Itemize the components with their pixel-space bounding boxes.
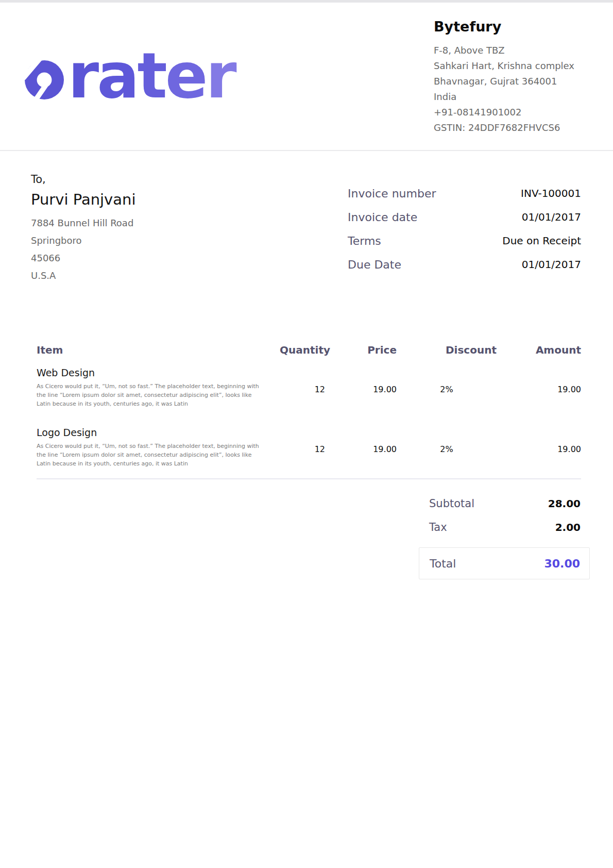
item-amount: 19.00	[497, 367, 581, 408]
customer-name: Purvi Panjvani	[31, 191, 135, 208]
invoice-number-label: Invoice number	[348, 187, 436, 200]
subtotal-row: Subtotal 28.00	[419, 492, 590, 515]
meta-row-invoice-date: Invoice date 01/01/2017	[348, 205, 581, 229]
col-header-discount: Discount	[397, 343, 497, 357]
crater-logo-c-icon	[25, 50, 64, 102]
col-header-amount: Amount	[497, 343, 581, 357]
item-name: Web Design	[37, 367, 271, 378]
bill-to-label: To,	[31, 173, 135, 186]
items-table: Item Quantity Price Discount Amount Web …	[37, 343, 581, 468]
bill-to-block: To, Purvi Panjvani 7884 Bunnel Hill Road…	[31, 173, 135, 285]
invoice-date-value: 01/01/2017	[522, 211, 581, 223]
total-box: Total 30.00	[419, 547, 590, 579]
item-price: 19.00	[330, 367, 397, 408]
terms-label: Terms	[348, 235, 381, 247]
col-header-item: Item	[37, 343, 271, 357]
item-price: 19.00	[330, 427, 397, 468]
customer-address-line: 7884 Bunnel Hill Road	[31, 214, 135, 232]
logo-letter: t	[138, 44, 165, 107]
item-description: As Cicero would put it, “Um, not so fast…	[37, 382, 260, 408]
customer-address-line: Springboro	[31, 232, 135, 249]
table-row: Logo Design As Cicero would put it, “Um,…	[37, 427, 581, 468]
col-header-quantity: Quantity	[271, 343, 330, 357]
total-value: 30.00	[544, 557, 580, 570]
totals-block: Subtotal 28.00 Tax 2.00 Total 30.00	[419, 492, 590, 579]
crater-logo-wordmark: rater	[68, 44, 235, 107]
company-phone: +91-08141901002	[434, 105, 574, 120]
tax-label: Tax	[429, 521, 447, 533]
logo-letter: r	[68, 44, 97, 107]
items-table-header: Item Quantity Price Discount Amount	[37, 343, 581, 357]
company-address-line: India	[434, 89, 574, 105]
item-quantity: 12	[271, 427, 330, 468]
top-chrome-strip	[0, 0, 613, 3]
totals-divider	[37, 478, 581, 479]
logo-letter: e	[165, 44, 206, 107]
col-header-price: Price	[330, 343, 397, 357]
company-address-line: Bhavnagar, Gujrat 364001	[434, 74, 574, 89]
total-label: Total	[430, 557, 456, 570]
invoice-meta: Invoice number INV-100001 Invoice date 0…	[348, 181, 581, 276]
due-date-label: Due Date	[348, 258, 401, 271]
table-row: Web Design As Cicero would put it, “Um, …	[37, 367, 581, 408]
invoice-number-value: INV-100001	[521, 187, 581, 199]
item-cell: Logo Design As Cicero would put it, “Um,…	[37, 427, 271, 468]
due-date-value: 01/01/2017	[522, 258, 581, 271]
company-address-line: Sahkari Hart, Krishna complex	[434, 58, 574, 74]
invoice-date-label: Invoice date	[348, 211, 417, 224]
header-divider	[0, 150, 613, 151]
item-discount: 2%	[397, 367, 497, 408]
subtotal-value: 28.00	[548, 497, 581, 510]
tax-value: 2.00	[555, 521, 581, 533]
crater-logo: rater	[25, 44, 235, 107]
invoice-page: rater Bytefury F-8, Above TBZ Sahkari Ha…	[0, 0, 613, 868]
item-name: Logo Design	[37, 427, 271, 438]
company-info: Bytefury F-8, Above TBZ Sahkari Hart, Kr…	[434, 19, 574, 136]
meta-row-due-date: Due Date 01/01/2017	[348, 253, 581, 276]
company-gstin: GSTIN: 24DDF7682FHVCS6	[434, 120, 574, 136]
item-cell: Web Design As Cicero would put it, “Um, …	[37, 367, 271, 408]
item-discount: 2%	[397, 427, 497, 468]
logo-letter: a	[97, 44, 137, 107]
tax-row: Tax 2.00	[419, 515, 590, 539]
logo-letter: r	[206, 44, 235, 107]
customer-address-line: 45066	[31, 249, 135, 267]
meta-row-invoice-number: Invoice number INV-100001	[348, 181, 581, 205]
customer-address: 7884 Bunnel Hill Road Springboro 45066 U…	[31, 214, 135, 285]
company-name: Bytefury	[434, 19, 574, 35]
item-amount: 19.00	[497, 427, 581, 468]
item-description: As Cicero would put it, “Um, not so fast…	[37, 442, 260, 468]
item-quantity: 12	[271, 367, 330, 408]
customer-address-line: U.S.A	[31, 267, 135, 285]
subtotal-label: Subtotal	[429, 497, 474, 510]
company-address-line: F-8, Above TBZ	[434, 43, 574, 58]
meta-row-terms: Terms Due on Receipt	[348, 229, 581, 253]
terms-value: Due on Receipt	[502, 235, 581, 247]
